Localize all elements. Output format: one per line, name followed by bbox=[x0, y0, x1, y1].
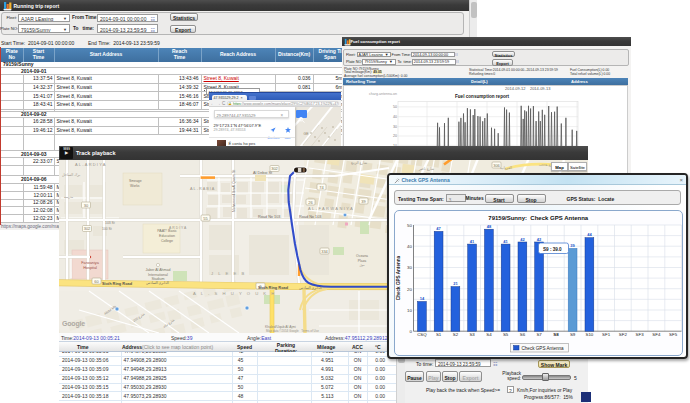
svg-text:40: 40 bbox=[407, 244, 412, 249]
svg-text:30: 30 bbox=[84, 203, 89, 208]
svg-text:Works: Works bbox=[130, 184, 140, 188]
svg-text:47: 47 bbox=[436, 225, 441, 230]
svg-text:S4: S4 bbox=[486, 331, 492, 336]
svg-text:334: 334 bbox=[321, 249, 328, 254]
svg-text:College: College bbox=[161, 239, 173, 243]
svg-text:60: 60 bbox=[94, 279, 99, 284]
svg-text:55: 55 bbox=[203, 216, 208, 221]
svg-text:Plaza: Plaza bbox=[358, 259, 367, 263]
svg-text:CSQ: CSQ bbox=[417, 331, 427, 336]
svg-text:AL-FARWANIYA: AL-FARWANIYA bbox=[308, 206, 354, 211]
svg-text:Check GPS Antenna: Check GPS Antenna bbox=[521, 346, 564, 351]
svg-text:S5: S5 bbox=[502, 331, 508, 336]
svg-text:AL-ARDIYA: AL-ARDIYA bbox=[75, 162, 107, 167]
svg-text:S7: S7 bbox=[536, 331, 542, 336]
svg-text:SF4: SF4 bbox=[652, 331, 661, 336]
svg-text:42: 42 bbox=[536, 236, 541, 241]
svg-text:Jaber Al Ahmad: Jaber Al Ahmad bbox=[145, 268, 170, 272]
svg-text:برك الساحل: برك الساحل bbox=[62, 173, 80, 177]
svg-text:SF2: SF2 bbox=[618, 331, 627, 336]
svg-text:20: 20 bbox=[407, 286, 412, 291]
svg-text:Road No 103: Road No 103 bbox=[299, 215, 321, 219]
svg-text:74: 74 bbox=[319, 185, 324, 190]
svg-text:42: 42 bbox=[520, 236, 525, 241]
svg-text:S9 : 39.0: S9 : 39.0 bbox=[543, 246, 562, 251]
svg-text:30: 30 bbox=[407, 265, 412, 270]
svg-text:39: 39 bbox=[361, 199, 366, 204]
svg-text:Road No 103: Road No 103 bbox=[258, 215, 280, 219]
svg-text:Google: Google bbox=[62, 320, 85, 328]
svg-text:شارع ناصر: شارع ناصر bbox=[418, 167, 434, 171]
svg-text:Map data ©2014 Google Terms: Map data ©2014 Google Terms of Use bbox=[266, 329, 319, 333]
svg-text:S8: S8 bbox=[553, 331, 559, 336]
svg-text:Sixth Ring Road: Sixth Ring Road bbox=[102, 281, 133, 286]
svg-text:S6: S6 bbox=[519, 331, 525, 336]
svg-text:30: 30 bbox=[393, 125, 397, 129]
svg-text:44: 44 bbox=[587, 232, 592, 237]
svg-text:10: 10 bbox=[407, 307, 412, 312]
svg-text:A L - S H U Y O U K H: A L - S H U Y O U K H bbox=[193, 291, 276, 296]
svg-text:50: 50 bbox=[407, 223, 412, 228]
svg-text:41: 41 bbox=[503, 238, 508, 243]
svg-text:Education: Education bbox=[159, 234, 175, 238]
svg-text:مول: مول bbox=[359, 263, 365, 267]
svg-text:20: 20 bbox=[393, 134, 397, 138]
svg-text:Check GPS Antenna: Check GPS Antenna bbox=[396, 255, 401, 300]
svg-text:شارع الربيع: شارع الربيع bbox=[351, 161, 367, 165]
svg-text:SF3: SF3 bbox=[635, 331, 644, 336]
svg-text:International: International bbox=[148, 273, 168, 277]
svg-text:14: 14 bbox=[419, 296, 424, 301]
svg-text:302: 302 bbox=[84, 226, 91, 231]
svg-text:39: 39 bbox=[570, 242, 575, 247]
svg-text:J L E E B: J L E E B bbox=[211, 271, 246, 276]
svg-text:302: 302 bbox=[271, 166, 278, 171]
svg-text:S1: S1 bbox=[435, 331, 441, 336]
svg-text:Oceana: Oceana bbox=[356, 254, 368, 258]
svg-text:الفروانية: الفروانية bbox=[500, 166, 512, 170]
svg-text:26: 26 bbox=[308, 200, 313, 205]
svg-text:0: 0 bbox=[409, 329, 412, 334]
svg-text:Sixth Ring Road: Sixth Ring Road bbox=[258, 285, 289, 290]
svg-text:Mohammed Ibn Al Qasim St: Mohammed Ibn Al Qasim St bbox=[232, 170, 236, 212]
svg-text:S3: S3 bbox=[469, 331, 475, 336]
svg-text:SF1: SF1 bbox=[602, 331, 611, 336]
svg-text:41: 41 bbox=[469, 238, 474, 243]
svg-text:48: 48 bbox=[486, 223, 491, 228]
svg-text:S10: S10 bbox=[585, 331, 593, 336]
svg-text:Smeage: Smeage bbox=[129, 179, 142, 183]
svg-text:PAAT! Basic: PAAT! Basic bbox=[157, 229, 177, 233]
svg-text:AL-RABIA: AL-RABIA bbox=[190, 187, 215, 191]
svg-text:S2: S2 bbox=[452, 331, 458, 336]
svg-text:الدائري السادس: الدائري السادس bbox=[299, 286, 322, 290]
svg-text:100 St: 100 St bbox=[102, 227, 112, 231]
svg-text:مدرسة: مدرسة bbox=[64, 195, 74, 199]
svg-text:103 St: 103 St bbox=[105, 221, 115, 225]
svg-text:Al Deboi St: Al Deboi St bbox=[253, 171, 273, 175]
svg-text:50: 50 bbox=[393, 105, 397, 109]
svg-text:Hospital: Hospital bbox=[83, 266, 97, 270]
svg-text:SF5: SF5 bbox=[669, 331, 678, 336]
svg-text:21: 21 bbox=[453, 281, 458, 286]
svg-text:Farwaniya: Farwaniya bbox=[81, 261, 99, 265]
svg-text:الدائري السادس: الدائري السادس bbox=[146, 281, 169, 285]
svg-text:S9: S9 bbox=[569, 331, 575, 336]
svg-text:40: 40 bbox=[393, 115, 397, 119]
svg-text:Stadium: Stadium bbox=[151, 277, 164, 281]
